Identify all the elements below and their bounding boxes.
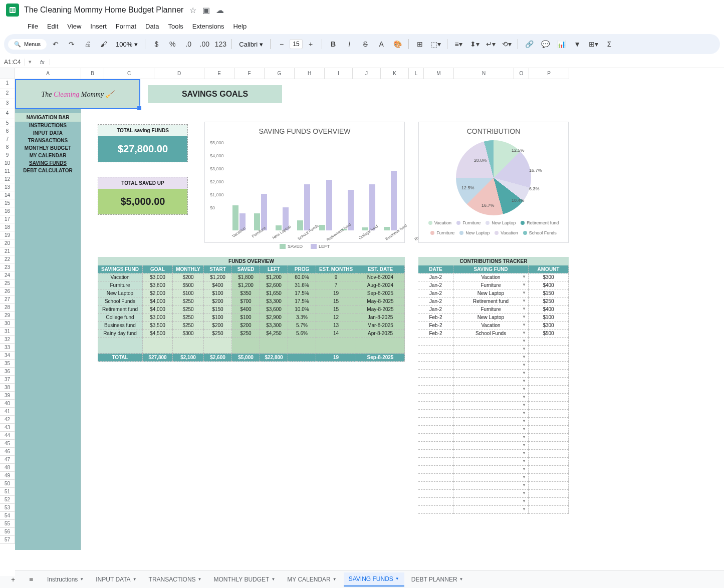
fill-color-icon[interactable]: 🎨 (390, 37, 404, 51)
column-header[interactable]: I (325, 68, 353, 79)
table-row[interactable]: Retirement fund$4,000$250$150$400$3,6001… (98, 306, 405, 314)
nav-item-instructions[interactable]: INSTRUCTIONS (15, 122, 81, 129)
row-header[interactable]: 15 (0, 199, 15, 207)
row-header[interactable]: 19 (0, 231, 15, 239)
sheets-logo-icon[interactable] (6, 4, 19, 17)
row-header[interactable]: 29 (0, 312, 15, 320)
rotate-icon[interactable]: ⟲▾ (500, 37, 514, 51)
dropdown-icon[interactable]: ▼ (522, 347, 526, 351)
dropdown-icon[interactable]: ▼ (522, 435, 526, 439)
table-row[interactable]: ▼ (418, 498, 569, 506)
row-header[interactable]: 6 (0, 127, 15, 135)
table-row[interactable]: College fund$3,000$250$100$100$2,9003.3%… (98, 314, 405, 322)
row-header[interactable]: 28 (0, 304, 15, 312)
text-color-icon[interactable]: A (374, 37, 388, 51)
row-header[interactable]: 55 (0, 520, 15, 528)
table-row[interactable]: ▼ (418, 482, 569, 490)
name-box[interactable]: A1:C4 (0, 59, 25, 66)
dropdown-icon[interactable]: ▼ (522, 307, 526, 311)
row-header[interactable]: 52 (0, 496, 15, 504)
filter-icon[interactable]: ▼ (570, 37, 584, 51)
table-row[interactable]: ▼ (418, 506, 569, 514)
increase-font-icon[interactable]: + (304, 37, 318, 51)
column-header[interactable]: A (15, 68, 81, 79)
column-header[interactable]: E (204, 68, 234, 79)
table-row[interactable]: ▼ (418, 426, 569, 434)
star-icon[interactable]: ☆ (189, 6, 196, 15)
merge-icon[interactable]: ⬚▾ (429, 37, 443, 51)
link-icon[interactable]: 🔗 (522, 37, 536, 51)
row-header[interactable]: 30 (0, 320, 15, 328)
row-header[interactable]: 16 (0, 207, 15, 215)
font-select[interactable]: Calibri ▾ (236, 41, 266, 48)
dropdown-icon[interactable]: ▼ (522, 507, 526, 511)
table-row[interactable]: Jan-2Furniture▼$400 (418, 281, 569, 289)
row-header[interactable]: 22 (0, 255, 15, 263)
table-row[interactable]: ▼ (418, 378, 569, 386)
zoom-select[interactable]: 100% ▾ (113, 41, 141, 48)
row-header[interactable]: 54 (0, 512, 15, 520)
more-formats-icon[interactable]: 123 (213, 37, 227, 51)
table-row[interactable]: ▼ (418, 450, 569, 458)
increase-decimal-icon[interactable]: .00 (197, 37, 211, 51)
row-header[interactable]: 56 (0, 528, 15, 536)
nav-item-debt-calculator[interactable]: DEBT CALCULATOR (15, 167, 81, 174)
dropdown-icon[interactable]: ▼ (522, 379, 526, 383)
row-header[interactable]: 31 (0, 328, 15, 336)
row-header[interactable]: 11 (0, 167, 15, 175)
nav-item-saving-funds[interactable]: SAVING FUNDS (15, 159, 81, 167)
menu-insert[interactable]: Insert (87, 21, 110, 32)
table-row[interactable]: Rainy day fund$4,500$300$250$250$4,2505.… (98, 330, 405, 338)
dropdown-icon[interactable]: ▼ (522, 395, 526, 399)
bar-chart[interactable]: SAVING FUNDS OVERVIEW $5,000$4,000$3,000… (204, 122, 405, 243)
menu-view[interactable]: View (64, 21, 85, 32)
table-row[interactable]: ▼ (418, 346, 569, 354)
dropdown-icon[interactable]: ▼ (522, 282, 526, 287)
dropdown-icon[interactable]: ▼ (522, 299, 526, 303)
table-row[interactable]: ▼ (418, 458, 569, 466)
table-row[interactable]: Vacation$3,000$200$1,200$1,800$1,20060.0… (98, 273, 405, 281)
row-header[interactable]: 2 (0, 89, 15, 99)
row-header[interactable]: 32 (0, 336, 15, 344)
column-header[interactable]: L (409, 68, 424, 79)
dropdown-icon[interactable]: ▼ (522, 363, 526, 367)
sheet-tab-debt-planner[interactable]: DEBT PLANNER ▼ (406, 572, 468, 576)
menu-edit[interactable]: Edit (44, 21, 62, 32)
row-header[interactable]: 1 (0, 79, 15, 89)
dropdown-icon[interactable]: ▼ (522, 387, 526, 391)
column-header[interactable]: D (154, 68, 204, 79)
table-row[interactable]: ▼ (418, 410, 569, 418)
column-header[interactable]: B (81, 68, 104, 79)
row-header[interactable]: 57 (0, 536, 15, 544)
row-header[interactable]: 35 (0, 360, 15, 368)
move-icon[interactable]: ▣ (202, 6, 210, 15)
table-row[interactable]: Feb-2New Laptop▼$100 (418, 314, 569, 322)
table-row[interactable]: ▼ (418, 362, 569, 370)
bold-icon[interactable]: B (326, 37, 340, 51)
filter-view-icon[interactable]: ⊞▾ (586, 37, 600, 51)
table-row[interactable]: Jan-2Vacation▼$300 (418, 273, 569, 281)
table-row[interactable]: ▼ (418, 394, 569, 402)
table-row[interactable]: ▼ (418, 338, 569, 346)
row-header[interactable]: 48 (0, 464, 15, 472)
nav-item-transactions[interactable]: TRANSACTIONS (15, 137, 81, 144)
menu-data[interactable]: Data (142, 21, 162, 32)
column-header[interactable]: N (454, 68, 514, 79)
sheet-tab-transactions[interactable]: TRANSACTIONS ▼ (144, 572, 207, 576)
dropdown-icon[interactable]: ▼ (522, 339, 526, 343)
column-header[interactable]: M (424, 68, 454, 79)
decrease-font-icon[interactable]: − (275, 37, 289, 51)
row-header[interactable]: 25 (0, 279, 15, 287)
strikethrough-icon[interactable]: S (358, 37, 372, 51)
table-row[interactable]: Jan-2Retirement fund▼$250 (418, 298, 569, 306)
dropdown-icon[interactable]: ▼ (522, 419, 526, 423)
name-box-dropdown-icon[interactable]: ▾ (25, 59, 35, 65)
menu-file[interactable]: File (24, 21, 42, 32)
logo-image[interactable]: The Cleaning Mommy 🧹 (15, 79, 140, 109)
dropdown-icon[interactable]: ▼ (522, 371, 526, 375)
row-header[interactable]: 24 (0, 271, 15, 279)
table-row[interactable]: ▼ (418, 386, 569, 394)
table-row[interactable]: ▼ (418, 402, 569, 410)
menu-format[interactable]: Format (112, 21, 140, 32)
row-header[interactable]: 8 (0, 143, 15, 151)
